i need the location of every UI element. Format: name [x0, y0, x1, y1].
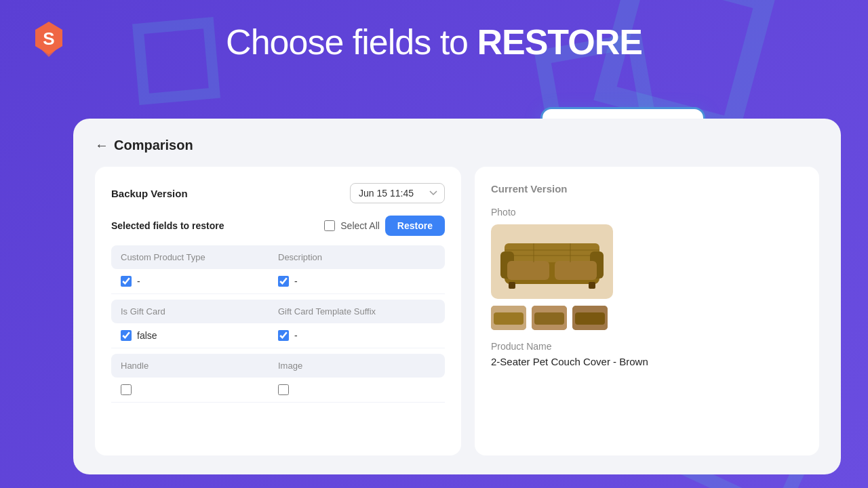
field-header-col1-1: Custom Product Type [121, 252, 278, 262]
svg-rect-11 [589, 282, 595, 289]
field-value-text-2-col1: false [137, 330, 157, 341]
field-value-row-1: - - [111, 269, 445, 294]
fields-table: Custom Product Type Description - - [111, 245, 445, 439]
version-select[interactable]: Jun 15 11:45 Jun 14 10:30 Jun 13 09:15 [350, 183, 445, 203]
field-value-row-3 [111, 378, 445, 403]
svg-rect-17 [494, 312, 524, 325]
field-separator-2 [111, 348, 445, 354]
field-checkbox-3-col1[interactable] [121, 384, 132, 395]
product-name-label: Product Name [491, 341, 803, 352]
svg-rect-19 [534, 312, 564, 325]
svg-rect-5 [505, 243, 599, 262]
field-value-text-1-col1: - [137, 276, 140, 287]
select-all-row: Selected fields to restore Select All Re… [111, 216, 445, 236]
field-header-col1-3: Handle [121, 361, 278, 371]
svg-rect-10 [509, 282, 515, 289]
field-header-col2-2: Gift Card Template Suffix [278, 306, 435, 317]
back-nav-label: Comparison [114, 138, 193, 153]
field-value-text-1-col2: - [294, 276, 298, 287]
left-panel: Backup Version Jun 15 11:45 Jun 14 10:30… [95, 167, 461, 455]
svg-rect-8 [507, 261, 549, 280]
sofa-svg [498, 231, 606, 292]
main-panel: ← Comparison Backup Version Jun 15 11:45… [73, 119, 841, 474]
field-value-col1-1: - [121, 276, 278, 287]
field-header-row-3: Handle Image [111, 354, 445, 378]
field-value-col2-3 [278, 384, 435, 395]
backup-version-row: Backup Version Jun 15 11:45 Jun 14 10:30… [111, 183, 445, 203]
field-header-row-1: Custom Product Type Description [111, 245, 445, 269]
field-checkbox-2-col1[interactable] [121, 330, 132, 341]
photo-thumb-2[interactable] [532, 306, 567, 330]
select-all-text: Select All [340, 220, 380, 231]
select-all-checkbox[interactable] [324, 220, 335, 231]
field-checkbox-2-col2[interactable] [278, 330, 289, 341]
backup-version-label: Backup Version [111, 188, 188, 199]
photo-thumb-1[interactable] [491, 306, 526, 330]
current-version-title: Current Version [491, 183, 803, 195]
field-checkbox-3-col2[interactable] [278, 384, 289, 395]
right-panel: Current Version Photo [475, 167, 819, 455]
svg-rect-9 [555, 261, 597, 280]
photo-label: Photo [491, 207, 803, 218]
restore-button[interactable]: Restore [385, 216, 445, 236]
columns-layout: Backup Version Jun 15 11:45 Jun 14 10:30… [95, 167, 819, 455]
product-photo-main [491, 224, 613, 299]
back-arrow-icon: ← [95, 138, 108, 153]
field-header-col2-1: Description [278, 252, 435, 262]
field-value-text-2-col2: - [294, 330, 298, 341]
selected-fields-label: Selected fields to restore [111, 220, 224, 231]
field-value-col2-1: - [278, 276, 435, 287]
field-header-col2-3: Image [278, 361, 435, 371]
field-checkbox-1-col2[interactable] [278, 276, 289, 287]
field-value-col1-2: false [121, 330, 278, 341]
back-navigation[interactable]: ← Comparison [95, 138, 819, 153]
field-separator-1 [111, 294, 445, 300]
select-all-group: Select All Restore [324, 216, 445, 236]
product-name-value: 2-Seater Pet Couch Cover - Brown [491, 356, 803, 367]
field-value-col2-2: - [278, 330, 435, 341]
photo-thumbnails [491, 306, 803, 330]
photo-thumb-3[interactable] [572, 306, 608, 330]
field-value-row-2: false - [111, 323, 445, 348]
field-checkbox-1-col1[interactable] [121, 276, 132, 287]
field-header-row-2: Is Gift Card Gift Card Template Suffix [111, 300, 445, 323]
field-value-col1-3 [121, 384, 278, 395]
svg-rect-21 [575, 312, 605, 325]
page-title: Choose fields to RESTORE [0, 22, 868, 62]
field-header-col1-2: Is Gift Card [121, 306, 278, 317]
